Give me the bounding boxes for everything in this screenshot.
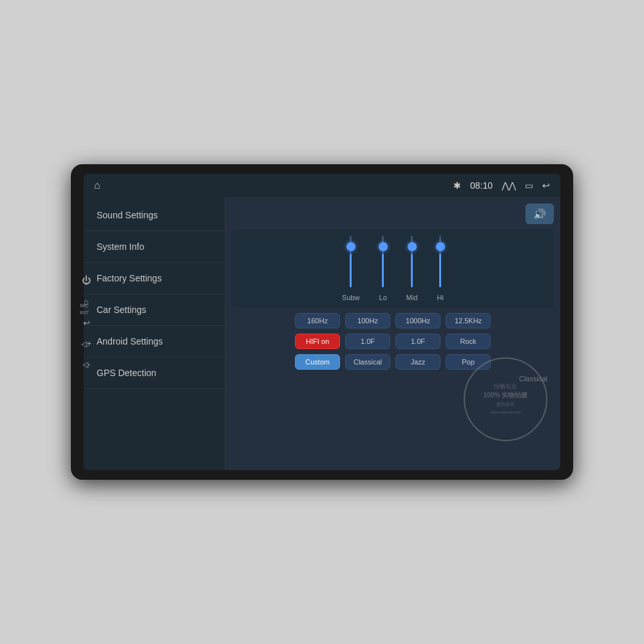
preset-btn-custom[interactable]: Custom [295, 354, 340, 370]
menu-item-system-info[interactable]: System Info [84, 231, 225, 263]
screen: ⌂ ✱ 08:10 ⋀⋀ ▭ ↩ Sound Settings System I… [84, 174, 560, 470]
mode-btn-rock[interactable]: Rock [446, 334, 491, 349]
slider-thumb-hi[interactable] [436, 242, 445, 251]
preset-btn-classical[interactable]: Classical [345, 354, 390, 370]
main-area: Sound Settings System Info Factory Setti… [84, 197, 560, 470]
eq-sliders-area: Subw Lo Mid [232, 229, 554, 308]
freq-btn-12-5khz[interactable]: 12.5KHz [446, 313, 491, 328]
preset-buttons-row: Custom Classical Jazz Pop [232, 354, 554, 370]
mode-buttons-row: HIFI on 1.0F 1.0F Rock [232, 334, 554, 349]
sound-icon-button[interactable]: 🔊 [526, 204, 554, 224]
slider-label-subw: Subw [342, 294, 360, 301]
slider-thumb-mid[interactable] [408, 242, 417, 251]
time-display: 08:10 [470, 180, 493, 191]
menu-item-factory-settings[interactable]: Factory Settings [84, 263, 225, 294]
home-icon[interactable]: ⌂ [94, 180, 100, 191]
mode-btn-hifi[interactable]: HIFI on [295, 334, 340, 349]
slider-thumb-lo[interactable] [379, 242, 388, 251]
status-bar: ⌂ ✱ 08:10 ⋀⋀ ▭ ↩ [84, 174, 560, 197]
menu-item-gps-detection[interactable]: GPS Detection [84, 357, 225, 389]
slider-lo: Lo [379, 236, 387, 301]
speaker-icon: 🔊 [533, 208, 546, 220]
slider-label-hi: Hi [437, 294, 444, 301]
car-head-unit: MIC RST ⏻ ⌂ ↩ ◁+ ◁- ⌂ ✱ 08:10 ⋀⋀ ▭ ↩ [71, 164, 573, 480]
preset-btn-pop[interactable]: Pop [446, 354, 491, 370]
bluetooth-icon: ✱ [453, 180, 461, 191]
slider-hi: Hi [437, 236, 444, 301]
vol-up-icon[interactable]: ◁+ [81, 339, 91, 348]
freq-btn-100hz[interactable]: 100Hz [345, 313, 390, 328]
preset-btn-jazz[interactable]: Jazz [395, 354, 440, 370]
window-icon: ▭ [525, 180, 533, 191]
vol-down-icon[interactable]: ◁- [82, 360, 91, 369]
slider-track-hi[interactable] [439, 236, 441, 287]
slider-thumb-subw[interactable] [346, 242, 355, 251]
slider-track-subw[interactable] [350, 236, 352, 287]
slider-label-mid: Mid [406, 294, 418, 301]
arrows-icon: ⋀⋀ [502, 180, 516, 191]
menu-item-car-settings[interactable]: Car Settings [84, 294, 225, 326]
slider-track-lo[interactable] [382, 236, 384, 287]
back-icon[interactable]: ↩ [542, 180, 550, 191]
mode-btn-1-0f-1[interactable]: 1.0F [345, 334, 390, 349]
slider-subw: Subw [342, 236, 360, 301]
left-menu: Sound Settings System Info Factory Setti… [84, 197, 225, 470]
freq-btn-160hz[interactable]: 160Hz [295, 313, 340, 328]
back-side-icon[interactable]: ↩ [83, 318, 90, 328]
menu-item-sound-settings[interactable]: Sound Settings [84, 200, 225, 231]
right-panel: 🔊 Subw [225, 197, 560, 470]
slider-track-mid[interactable] [411, 236, 413, 287]
mode-btn-1-0f-2[interactable]: 1.0F [395, 334, 440, 349]
freq-btn-1000hz[interactable]: 1000Hz [395, 313, 440, 328]
home-side-icon[interactable]: ⌂ [84, 297, 89, 307]
freq-buttons-row: 160Hz 100Hz 1000Hz 12.5KHz [232, 313, 554, 328]
menu-item-android-settings[interactable]: Android Settings [84, 326, 225, 357]
slider-label-lo: Lo [379, 294, 387, 301]
power-icon[interactable]: ⏻ [82, 275, 91, 285]
slider-mid: Mid [406, 236, 418, 301]
extra-label: Classical [519, 375, 547, 383]
